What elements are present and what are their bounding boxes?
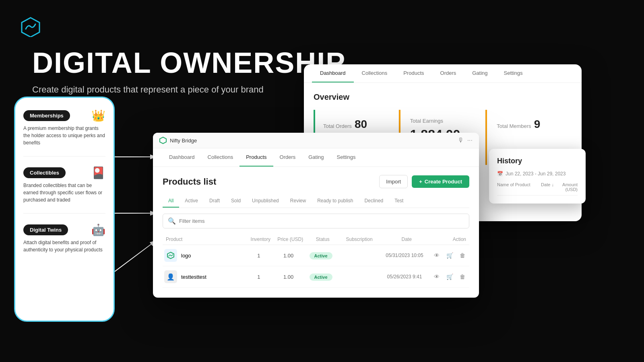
modal-nav-settings[interactable]: Settings <box>330 148 362 167</box>
history-col-product: Name of Product <box>497 182 537 192</box>
view-icon-test[interactable]: 👁 <box>431 272 442 282</box>
stat-members-value: 9 <box>534 118 541 130</box>
dash-nav-collections[interactable]: Collections <box>354 64 396 82</box>
phone-icon-memberships: 👑 <box>91 109 105 122</box>
delete-icon-test[interactable]: 🗑 <box>457 272 468 282</box>
dash-nav-gating[interactable]: Gating <box>464 64 495 82</box>
modal-more-icon: ··· <box>467 137 473 144</box>
row-action-logo: 👁 🛒 🗑 <box>431 250 469 261</box>
search-input[interactable] <box>179 218 464 224</box>
plus-icon: + <box>419 179 422 185</box>
col-header-date: Date <box>380 237 433 242</box>
calendar-icon: 📅 <box>497 171 503 177</box>
modal-nav-orders[interactable]: Orders <box>273 148 302 167</box>
phone-badge-memberships: Memberships <box>23 110 70 121</box>
filter-tab-ready-publish[interactable]: Ready to publish <box>312 195 359 208</box>
overview-title: Overview <box>314 93 572 102</box>
modal-nav-dashboard[interactable]: Dashboard <box>163 148 201 167</box>
product-name-test: testtesttest <box>181 274 206 280</box>
logo <box>20 16 41 39</box>
filter-tab-draft[interactable]: Draft <box>204 195 225 208</box>
modal-body: Products list Import + Create Product Al… <box>153 167 479 296</box>
cart-icon-test[interactable]: 🛒 <box>444 272 455 282</box>
filter-tabs: All Active Draft Sold Unpublished Review… <box>163 195 469 208</box>
dash-nav-settings[interactable]: Settings <box>496 64 531 82</box>
filter-tab-test[interactable]: Test <box>389 195 409 208</box>
history-date-range: Jun 22, 2023 - Jun 29, 2023 <box>506 171 566 177</box>
history-col-amount: Amount (USD) <box>557 182 578 192</box>
col-header-status: Status <box>306 237 339 242</box>
sort-icon: ↓ <box>551 182 554 187</box>
row-inventory-logo: 1 <box>245 253 272 259</box>
dash-nav-orders[interactable]: Orders <box>432 64 464 82</box>
row-price-logo: 1.00 <box>272 253 304 259</box>
table-row: logo 1 1.00 Active 05/31/2023 10:05 👁 🛒 … <box>163 245 469 266</box>
filter-tab-declined[interactable]: Declined <box>359 195 389 208</box>
row-price-test: 1.00 <box>272 274 304 280</box>
modal-nav-products[interactable]: Products <box>239 148 273 167</box>
row-action-test: 👁 🛒 🗑 <box>431 272 469 282</box>
col-header-product: Product <box>163 237 247 242</box>
headline-section: DIGITAL OWNERSHIP Create digital product… <box>32 48 346 95</box>
row-status-logo: Active <box>305 253 337 259</box>
row-product-logo: logo <box>163 249 245 262</box>
modal-nav: Dashboard Collections Products Orders Ga… <box>153 148 479 167</box>
products-actions: Import + Create Product <box>379 175 469 188</box>
filter-tab-review[interactable]: Review <box>285 195 312 208</box>
table-row: 👤 testtesttest 1 1.00 Active 05/26/2023 … <box>163 266 469 288</box>
create-product-button[interactable]: + Create Product <box>412 175 469 188</box>
search-bar[interactable]: 🔍 <box>163 214 469 228</box>
phone-icon-digital-twins: 🤖 <box>91 223 105 237</box>
phone-desc-digital-twins: Attach digital benefits and proof of aut… <box>23 239 105 253</box>
search-icon: 🔍 <box>168 217 176 225</box>
products-header: Products list Import + Create Product <box>163 175 469 188</box>
modal-header: Nifty Bridge 🎙 ··· <box>153 133 479 148</box>
col-header-inventory: Inventory <box>247 237 274 242</box>
row-date-logo: 05/31/2023 10:05 <box>378 253 431 258</box>
history-title: History <box>497 157 578 165</box>
row-product-test: 👤 testtesttest <box>163 270 245 283</box>
table-header: Product Inventory Price (USD) Status Sub… <box>163 234 469 245</box>
phone-item-memberships: Memberships 👑 A premium membership that … <box>23 109 105 146</box>
products-list-title: Products list <box>163 177 216 187</box>
col-header-subscription: Subscription <box>339 237 380 242</box>
import-button[interactable]: Import <box>379 175 408 188</box>
product-thumb-test: 👤 <box>164 270 177 283</box>
view-icon-logo[interactable]: 👁 <box>431 250 442 261</box>
col-header-action: Action <box>433 237 469 242</box>
phone-desc-collectibles: Branded collectibles that can be earned … <box>23 182 105 204</box>
dash-nav-products[interactable]: Products <box>395 64 432 82</box>
dash-nav-dashboard[interactable]: Dashboard <box>312 64 354 82</box>
stat-orders-label: Total Orders 80 <box>323 118 390 131</box>
status-badge-test: Active <box>310 274 332 281</box>
product-name-logo: logo <box>181 253 191 259</box>
filter-tab-active[interactable]: Active <box>179 195 204 208</box>
history-col-date: Date ↓ <box>537 182 557 192</box>
modal-nav-gating[interactable]: Gating <box>302 148 330 167</box>
cart-icon-logo[interactable]: 🛒 <box>444 250 455 261</box>
create-product-label: Create Product <box>425 179 462 185</box>
phone-mockup: Memberships 👑 A premium membership that … <box>14 97 115 322</box>
filter-tab-unpublished[interactable]: Unpublished <box>246 195 285 208</box>
modal-mic-icon: 🎙 <box>458 137 464 144</box>
headline-subtitle: Create digital products that represent a… <box>32 84 346 95</box>
modal-nav-collections[interactable]: Collections <box>201 148 240 167</box>
filter-tab-sold[interactable]: Sold <box>225 195 246 208</box>
modal-favicon-icon <box>159 137 167 144</box>
products-modal: Nifty Bridge 🎙 ··· Dashboard Collections… <box>153 133 479 298</box>
stat-members-label: Total Members 9 <box>497 118 564 131</box>
stat-orders-value: 80 <box>355 118 367 130</box>
stat-earnings-label: Total Earnings <box>410 118 477 124</box>
svg-marker-4 <box>160 137 166 144</box>
filter-tab-all[interactable]: All <box>163 195 179 208</box>
phone-item-collectibles: Collectibles 🎴 Branded collectibles that… <box>23 166 105 204</box>
delete-icon-logo[interactable]: 🗑 <box>457 250 468 261</box>
svg-line-3 <box>115 241 155 272</box>
phone-desc-memberships: A premium membership that grants the hol… <box>23 125 105 146</box>
status-badge-logo: Active <box>310 252 332 259</box>
phone-badge-digital-twins: Digital Twins <box>23 224 68 235</box>
phone-icon-collectibles: 🎴 <box>91 166 105 179</box>
col-header-price: Price (USD) <box>274 237 307 242</box>
row-inventory-test: 1 <box>245 274 272 280</box>
phone-divider-1 <box>23 156 105 156</box>
